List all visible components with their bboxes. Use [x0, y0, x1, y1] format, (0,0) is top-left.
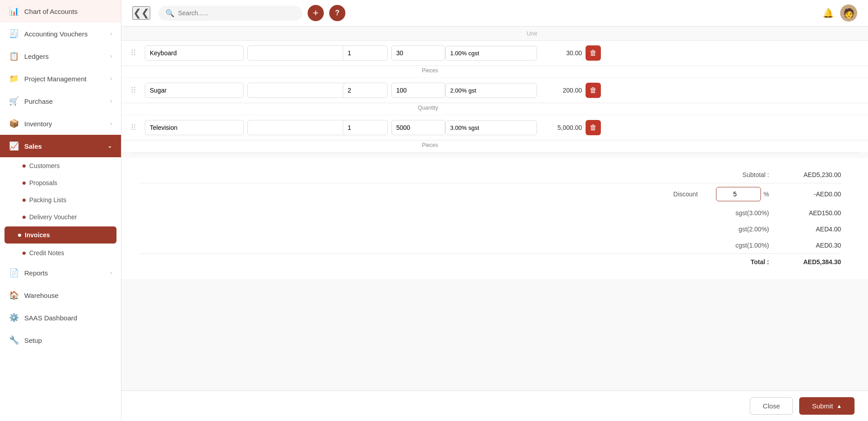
item-rate-input[interactable]: [391, 83, 445, 98]
help-button[interactable]: ?: [329, 5, 345, 21]
sidebar-item-credit-notes[interactable]: Credit Notes: [0, 244, 121, 261]
item-qty-input[interactable]: [343, 45, 388, 61]
sidebar-item-packing-lists[interactable]: Packing Lists: [0, 191, 121, 208]
sidebar-item-sales[interactable]: 📈 Sales ⌄: [0, 135, 121, 157]
header: ❮❮ 🔍 + ? 🔔 🧑: [121, 0, 868, 27]
item-rate-input[interactable]: [391, 120, 445, 135]
drag-handle-icon[interactable]: ⠿: [130, 123, 145, 133]
sgst-label: sgst(3.00%): [697, 209, 769, 217]
gst-row: gst(2.00%) AED4.00: [130, 221, 850, 237]
sidebar-label: Accounting Vouchers: [24, 30, 88, 38]
cgst-row: cgst(1.00%) AED0.30: [130, 237, 850, 253]
chevron-right-icon: ›: [110, 53, 112, 59]
chevron-right-icon: ›: [110, 120, 112, 127]
divider: [130, 153, 859, 153]
sidebar-item-customers[interactable]: Customers: [0, 157, 121, 174]
item-name-input[interactable]: [145, 83, 244, 98]
sidebar-item-warehouse[interactable]: 🏠 Warehouse: [0, 284, 121, 306]
sgst-row: sgst(3.00%) AED150.00: [130, 205, 850, 221]
sales-submenu: Customers Proposals Packing Lists Delive…: [0, 157, 121, 261]
notification-bell-icon[interactable]: 🔔: [823, 8, 834, 18]
add-button[interactable]: +: [308, 5, 324, 21]
search-input[interactable]: [178, 9, 268, 17]
sidebar-label: Reports: [24, 269, 48, 277]
dot-icon: [22, 199, 26, 202]
gst-label: gst(2.00%): [697, 226, 769, 233]
submenu-label: Proposals: [29, 179, 57, 186]
warehouse-icon: 🏠: [9, 290, 19, 300]
reports-icon: 📄: [9, 268, 19, 278]
dot-icon: [18, 234, 21, 237]
delete-row-button[interactable]: 🗑: [586, 120, 601, 135]
search-wrapper: 🔍: [158, 6, 302, 21]
total-row: Total : AED5,384.30: [130, 254, 850, 270]
drag-handle-icon[interactable]: ⠿: [130, 85, 145, 95]
chevron-up-icon: ▲: [837, 403, 842, 409]
sidebar-item-project-management[interactable]: 📁 Project Management ›: [0, 67, 121, 90]
project-icon: 📁: [9, 74, 19, 84]
avatar[interactable]: 🧑: [840, 4, 857, 22]
item-name-input[interactable]: [145, 120, 244, 135]
sidebar-item-purchase[interactable]: 🛒 Purchase ›: [0, 90, 121, 112]
purchase-icon: 🛒: [9, 96, 19, 106]
sidebar-item-setup[interactable]: 🔧 Setup: [0, 329, 121, 351]
discount-input[interactable]: [716, 187, 761, 201]
submenu-label: Packing Lists: [29, 196, 66, 204]
sidebar-label: Chart of Accounts: [24, 8, 77, 15]
chevron-right-icon: ›: [110, 98, 112, 104]
item-qty-input[interactable]: [343, 83, 388, 98]
discount-row: Discount % -AED0.00: [130, 183, 850, 205]
item-tax-select[interactable]: 1.00% cgst 2.00% gst 3.00% sgst: [445, 46, 537, 61]
sidebar-item-ledgers[interactable]: 📋 Ledgers ›: [0, 45, 121, 67]
search-icon: 🔍: [166, 9, 174, 18]
item-amount: 200.00: [541, 87, 586, 94]
table-row: ⠿ 1.00% cgst 2.00% gst 3.00% sgst 200.00…: [121, 78, 868, 103]
totals-section: Subtotal : AED5,230.00 Discount % -AED0.…: [121, 158, 868, 279]
item-desc-input[interactable]: [247, 120, 346, 135]
unit-label: Pieces: [388, 142, 442, 148]
sidebar-label: Project Management: [24, 75, 86, 83]
sidebar-item-proposals[interactable]: Proposals: [0, 174, 121, 191]
voucher-icon: 🧾: [9, 29, 19, 39]
item-tax-select[interactable]: 1.00% cgst 2.00% gst 3.00% sgst: [445, 120, 537, 135]
submenu-label: Invoices: [25, 231, 50, 239]
item-rate-input[interactable]: [391, 45, 445, 61]
submit-button[interactable]: Submit ▲: [799, 397, 855, 415]
sidebar-label: Sales: [24, 142, 42, 150]
sidebar-item-reports[interactable]: 📄 Reports ›: [0, 261, 121, 284]
main-area: ❮❮ 🔍 + ? 🔔 🧑 Unit ⠿ 1.00% c: [121, 0, 868, 421]
chevron-right-icon: ›: [110, 31, 112, 37]
sidebar-item-saas-dashboard[interactable]: ⚙️ SAAS Dashboard: [0, 306, 121, 329]
close-button[interactable]: Close: [750, 397, 793, 415]
delete-row-button[interactable]: 🗑: [586, 45, 601, 61]
item-amount: 30.00: [541, 49, 586, 57]
chevron-right-icon: ›: [110, 270, 112, 276]
item-desc-input[interactable]: [247, 83, 346, 98]
sidebar-item-inventory[interactable]: 📦 Inventory ›: [0, 112, 121, 135]
table-row: ⠿ 1.00% cgst 2.00% gst 3.00% sgst 30.00 …: [121, 41, 868, 66]
item-desc-input[interactable]: [247, 45, 346, 61]
sidebar-item-chart-of-accounts[interactable]: 📊 Chart of Accounts: [0, 0, 121, 22]
sidebar-item-delivery-voucher[interactable]: Delivery Voucher: [0, 208, 121, 226]
item-tax-select[interactable]: 1.00% cgst 2.00% gst 3.00% sgst: [445, 83, 537, 98]
inventory-icon: 📦: [9, 119, 19, 129]
unit-col-header: Unit: [442, 30, 541, 37]
dot-icon: [22, 216, 26, 219]
item-name-input[interactable]: [145, 45, 244, 61]
submenu-label: Delivery Voucher: [29, 213, 77, 221]
unit-label-row: Pieces: [121, 141, 868, 152]
sidebar-label: SAAS Dashboard: [24, 314, 77, 322]
total-label: Total :: [697, 258, 769, 266]
sidebar-label: Purchase: [24, 97, 53, 105]
item-qty-input[interactable]: [343, 120, 388, 135]
back-button[interactable]: ❮❮: [132, 6, 150, 20]
sidebar-item-accounting-vouchers[interactable]: 🧾 Accounting Vouchers ›: [0, 22, 121, 45]
header-right: 🔔 🧑: [823, 4, 857, 22]
discount-amount: -AED0.00: [787, 191, 841, 198]
content-area: Unit ⠿ 1.00% cgst 2.00% gst 3.00% sgst 3…: [121, 27, 868, 421]
cgst-value: AED0.30: [787, 242, 841, 249]
sidebar-item-invoices[interactable]: Invoices: [4, 226, 116, 244]
drag-handle-icon[interactable]: ⠿: [130, 48, 145, 58]
delete-row-button[interactable]: 🗑: [586, 83, 601, 98]
discount-unit-label: %: [764, 191, 769, 198]
